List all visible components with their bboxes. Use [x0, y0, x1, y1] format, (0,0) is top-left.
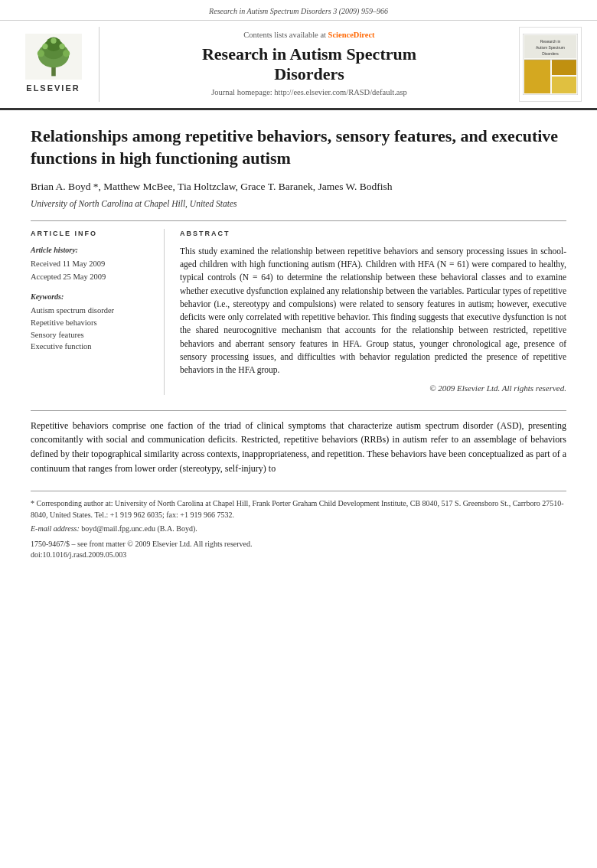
divider: [31, 220, 566, 221]
history-label: Article history:: [31, 245, 153, 256]
affiliation: University of North Carolina at Chapel H…: [31, 197, 566, 210]
footnote-section: * Corresponding author at: University of…: [31, 491, 566, 560]
abstract-header: ABSTRACT: [180, 229, 566, 239]
article-title: Relationships among repetitive behaviors…: [31, 126, 566, 169]
email-address: boyd@mail.fpg.unc.edu (B.A. Boyd).: [81, 524, 197, 533]
sciencedirect-link[interactable]: ScienceDirect: [328, 31, 375, 39]
contents-line: Contents lists available at ScienceDirec…: [115, 30, 504, 41]
authors: Brian A. Boyd *, Matthew McBee, Tia Holt…: [31, 180, 566, 194]
svg-rect-16: [552, 60, 576, 75]
journal-title-line2: Disorders: [274, 64, 344, 83]
svg-point-7: [42, 44, 47, 49]
svg-point-8: [59, 44, 64, 49]
body-paragraph-1: Repetitive behaviors comprise one factio…: [31, 419, 566, 475]
svg-text:Autism Spectrum: Autism Spectrum: [536, 45, 565, 50]
keywords-label: Keywords:: [31, 292, 153, 302]
body-text-section: Repetitive behaviors comprise one factio…: [31, 410, 566, 475]
journal-ref-text: Research in Autism Spectrum Disorders 3 …: [209, 7, 388, 15]
cover-image-icon: Research in Autism Spectrum Disorders: [523, 34, 578, 95]
article-content: Relationships among repetitive behaviors…: [0, 110, 597, 576]
svg-rect-17: [552, 77, 576, 93]
elsevier-tree-icon: [23, 34, 84, 80]
doi-line: doi:10.1016/j.rasd.2009.05.003: [31, 550, 566, 560]
email-footnote: E-mail address: boyd@mail.fpg.unc.edu (B…: [31, 524, 566, 534]
svg-point-9: [51, 38, 56, 44]
received-date: Received 11 May 2009: [31, 259, 153, 270]
journal-cover-thumbnail: Research in Autism Spectrum Disorders: [519, 27, 582, 102]
elsevier-logo: ELSEVIER: [15, 27, 100, 102]
page: Research in Autism Spectrum Disorders 3 …: [0, 0, 597, 868]
abstract-text: This study examined the relationship bet…: [180, 245, 566, 377]
issn-line: 1750-9467/$ – see front matter © 2009 El…: [31, 539, 566, 550]
journal-banner: ELSEVIER Contents lists available at Sci…: [0, 21, 597, 110]
svg-point-6: [63, 51, 70, 57]
article-info-column: ARTICLE INFO Article history: Received 1…: [31, 229, 165, 394]
keyword-1: Autism spectrum disorder: [31, 305, 153, 317]
keyword-4: Executive function: [31, 341, 153, 353]
abstract-column: ABSTRACT This study examined the relatio…: [180, 229, 566, 394]
journal-reference: Research in Autism Spectrum Disorders 3 …: [0, 0, 597, 21]
svg-point-5: [37, 51, 44, 57]
homepage-url: Journal homepage: http://ees.elsevier.co…: [211, 88, 407, 96]
corresponding-author-footnote: * Corresponding author at: University of…: [31, 498, 566, 520]
email-label: E-mail address:: [31, 524, 80, 533]
keyword-2: Repetitive behaviors: [31, 318, 153, 329]
journal-title: Research in Autism Spectrum Disorders: [115, 44, 504, 85]
accepted-date: Accepted 25 May 2009: [31, 272, 153, 283]
copyright-line: © 2009 Elsevier Ltd. All rights reserved…: [180, 383, 566, 394]
two-column-section: ARTICLE INFO Article history: Received 1…: [31, 229, 566, 394]
journal-center-info: Contents lists available at ScienceDirec…: [107, 27, 511, 102]
journal-homepage: Journal homepage: http://ees.elsevier.co…: [115, 87, 504, 99]
svg-text:Disorders: Disorders: [542, 51, 559, 56]
elsevier-wordmark: ELSEVIER: [26, 83, 80, 94]
contents-label: Contents lists available at: [243, 31, 326, 39]
svg-rect-15: [524, 60, 550, 93]
article-info-header: ARTICLE INFO: [31, 229, 153, 239]
journal-title-line1: Research in Autism Spectrum: [202, 44, 416, 64]
keyword-3: Sensory features: [31, 330, 153, 341]
svg-text:Research in: Research in: [540, 39, 561, 44]
